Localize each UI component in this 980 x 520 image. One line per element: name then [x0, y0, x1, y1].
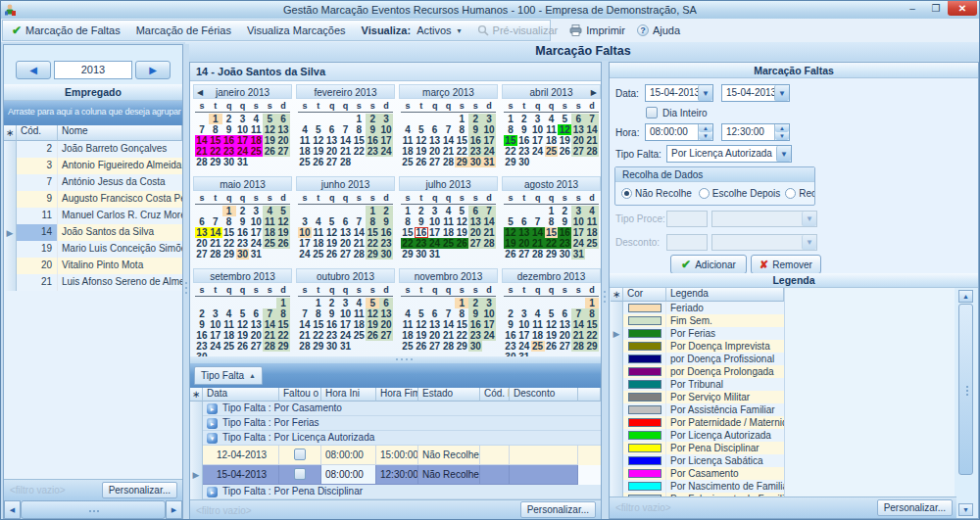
- day-cell[interactable]: 20: [468, 227, 482, 238]
- day-cell[interactable]: 3: [571, 206, 585, 216]
- faltas-data-row[interactable]: ▶15-04-201308:00:0012:30:00Não Recolhe: [190, 465, 601, 485]
- day-cell[interactable]: 19: [415, 330, 428, 341]
- day-cell[interactable]: 10: [571, 216, 585, 227]
- day-cell[interactable]: 9: [468, 124, 482, 135]
- day-cell[interactable]: 5: [366, 298, 379, 308]
- day-cell[interactable]: 2: [468, 114, 482, 124]
- day-cell[interactable]: 11: [585, 216, 599, 227]
- spin-down-icon[interactable]: ▼: [699, 132, 712, 140]
- scroll-thumb[interactable]: [21, 500, 166, 519]
- month-header[interactable]: outubro 2013: [296, 268, 395, 283]
- day-cell[interactable]: 16: [195, 330, 209, 341]
- month-header[interactable]: fevereiro 2013: [296, 84, 395, 99]
- day-cell[interactable]: 5: [263, 114, 276, 124]
- employee-row[interactable]: 20Vitalino Pinto Mota: [4, 258, 182, 274]
- day-cell[interactable]: 22: [222, 238, 236, 249]
- day-cell[interactable]: 1: [585, 298, 599, 308]
- day-cell[interactable]: 17: [379, 135, 393, 146]
- day-cell[interactable]: 22: [455, 330, 468, 341]
- day-cell[interactable]: 29: [545, 249, 559, 260]
- day-cell[interactable]: 8: [504, 124, 517, 135]
- employee-row[interactable]: 11Manuel Carlos R. Cruz Moreira: [4, 208, 182, 224]
- next-year-button[interactable]: ▶: [135, 61, 171, 79]
- day-cell[interactable]: 17: [482, 135, 496, 146]
- day-cell[interactable]: 22: [401, 238, 415, 249]
- day-cell[interactable]: 13: [517, 227, 531, 238]
- day-cell[interactable]: 22: [276, 330, 290, 341]
- day-cell[interactable]: 5: [312, 124, 325, 135]
- day-cell[interactable]: 29: [222, 249, 236, 260]
- day-cell[interactable]: 23: [517, 146, 531, 157]
- chevron-down-icon[interactable]: ▼: [776, 146, 791, 162]
- day-cell[interactable]: 6: [571, 114, 585, 124]
- day-cell[interactable]: 13: [468, 216, 482, 227]
- day-cell[interactable]: 17: [482, 319, 496, 330]
- day-cell[interactable]: 12: [545, 319, 559, 330]
- day-cell[interactable]: 16: [468, 319, 482, 330]
- legend-row[interactable]: ▶Por Ferias: [611, 327, 784, 340]
- day-cell[interactable]: 18: [442, 227, 456, 238]
- day-cell[interactable]: 8: [209, 124, 222, 135]
- marcacao-ferias-button[interactable]: Marcação de Férias: [130, 24, 237, 37]
- day-cell[interactable]: 10: [482, 124, 496, 135]
- remover-button[interactable]: ✘ Remover: [751, 255, 821, 274]
- day-cell[interactable]: 20: [276, 135, 290, 146]
- day-cell[interactable]: 13: [571, 124, 585, 135]
- day-cell[interactable]: 16: [558, 227, 571, 238]
- day-cell[interactable]: 22: [209, 146, 222, 157]
- month-header[interactable]: dezembro 2013: [502, 268, 601, 283]
- next-month-icon[interactable]: ▶: [591, 85, 597, 100]
- day-cell[interactable]: 21: [339, 146, 353, 157]
- day-cell[interactable]: 6: [558, 308, 571, 319]
- day-cell[interactable]: 23: [195, 341, 209, 352]
- day-cell[interactable]: 21: [482, 227, 496, 238]
- faltas-group-row[interactable]: ▸Tipo Falta : Por Ferias: [190, 416, 601, 431]
- day-cell[interactable]: 4: [442, 206, 456, 216]
- tipo-falta-combo[interactable]: Por Licença Autorizada▼: [666, 145, 792, 163]
- month-header[interactable]: abril 2013▶: [502, 84, 601, 99]
- day-cell[interactable]: 17: [428, 227, 442, 238]
- faltou-checkbox[interactable]: [294, 449, 306, 460]
- chevron-down-icon[interactable]: ▼: [698, 85, 712, 101]
- day-cell[interactable]: 18: [222, 330, 236, 341]
- day-cell[interactable]: 28: [339, 157, 353, 167]
- day-cell[interactable]: 4: [401, 124, 415, 135]
- day-cell[interactable]: 25: [263, 238, 276, 249]
- legend-row[interactable]: Por Pena Disciplinar: [611, 442, 784, 454]
- day-cell[interactable]: 25: [545, 146, 559, 157]
- visualiza-dropdown[interactable]: Activos▾: [416, 24, 466, 37]
- day-cell[interactable]: 26: [236, 341, 250, 352]
- legend-row[interactable]: Por Licença Autorizada: [611, 429, 784, 442]
- groupby-tipo-falta-tab[interactable]: Tipo Falta ▲: [194, 366, 263, 385]
- day-cell[interactable]: 29: [504, 157, 517, 167]
- day-cell[interactable]: 10: [428, 216, 442, 227]
- day-cell[interactable]: 11: [401, 135, 415, 146]
- day-cell[interactable]: 23: [468, 146, 482, 157]
- day-cell[interactable]: 10: [249, 216, 263, 227]
- day-cell[interactable]: 31: [482, 157, 496, 167]
- day-cell[interactable]: 11: [298, 135, 312, 146]
- day-cell[interactable]: 1: [366, 206, 379, 216]
- personalizar-button[interactable]: Personalizar...: [520, 501, 596, 518]
- day-cell[interactable]: 4: [401, 308, 415, 319]
- year-calendar[interactable]: janeiro 2013◀stqqssd12345678910111213141…: [190, 81, 601, 356]
- day-cell[interactable]: 8: [366, 216, 379, 227]
- day-cell[interactable]: 14: [352, 227, 366, 238]
- radio-recolhe[interactable]: [785, 188, 796, 199]
- legend-row[interactable]: Por Tribunal: [611, 378, 784, 391]
- day-cell[interactable]: 2: [366, 114, 379, 124]
- day-cell[interactable]: 17: [298, 238, 312, 249]
- legend-row[interactable]: Fim Sem.: [611, 314, 784, 327]
- day-cell[interactable]: 1: [504, 114, 517, 124]
- day-cell[interactable]: 29: [276, 341, 290, 352]
- day-cell[interactable]: 20: [428, 330, 442, 341]
- day-cell[interactable]: 26: [263, 146, 276, 157]
- day-cell[interactable]: 5: [455, 206, 468, 216]
- column-header-3[interactable]: Hora Fim: [376, 388, 418, 402]
- day-cell[interactable]: 22: [455, 146, 468, 157]
- tipo-proce-combo[interactable]: ▼: [711, 211, 817, 227]
- day-cell[interactable]: 5: [415, 124, 428, 135]
- day-cell[interactable]: 3: [482, 114, 496, 124]
- day-cell[interactable]: 6: [276, 114, 290, 124]
- day-cell[interactable]: 7: [339, 124, 353, 135]
